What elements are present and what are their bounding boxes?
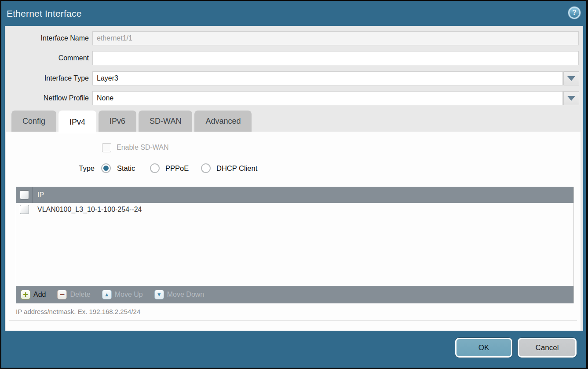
radio-pppoe[interactable] [150,163,160,173]
table-row[interactable]: VLAN0100_L3_10-1-100-254--24 [16,203,573,216]
enable-sdwan-row: Enable SD-WAN [102,143,111,153]
ipv4-tab-panel: Enable SD-WAN Type Static PPPoE DHCP Cli… [6,132,581,331]
radio-dhcp-client-label[interactable]: DHCP Client [216,164,257,173]
ip-table-body: VLAN0100_L3_10-1-100-254--24 [16,203,573,286]
netflow-profile-input[interactable] [92,91,563,105]
cancel-button[interactable]: Cancel [518,338,577,358]
tab-sdwan[interactable]: SD-WAN [139,111,192,132]
row-checkbox[interactable] [20,205,29,214]
chevron-down-icon [567,76,575,81]
tab-config[interactable]: Config [11,111,56,132]
arrow-up-icon: ▲ [102,290,112,299]
row-checkbox-cell [16,205,33,214]
netflow-profile-dropdown-button[interactable] [563,91,579,105]
ip-table-header: IP [16,187,573,203]
question-mark-glyph: ? [572,9,577,17]
tab-advanced[interactable]: Advanced [194,111,252,132]
ethernet-interface-dialog: Ethernet Interface ? Interface Name Comm… [1,1,586,368]
radio-static-label[interactable]: Static [117,164,135,173]
chevron-down-icon [567,96,575,101]
panel-divider [9,320,577,321]
type-label: Type [55,164,95,173]
ok-button-label: OK [478,343,489,352]
ok-button[interactable]: OK [455,338,512,358]
interface-type-label: Interface Type [5,71,89,85]
type-radio-group: Type Static PPPoE DHCP Client [6,163,581,175]
delete-button: − Delete [57,290,90,299]
netflow-profile-label: Netflow Profile [5,91,89,105]
arrow-down-icon: ▼ [154,290,164,299]
move-down-button-label: Move Down [167,291,204,299]
dialog-title: Ethernet Interface [7,8,82,19]
ip-format-hint: IP address/netmask. Ex. 192.168.2.254/24 [16,308,140,315]
comment-label: Comment [5,51,89,65]
tab-strip: Config IPv4 IPv6 SD-WAN Advanced [8,111,252,132]
radio-pppoe-label[interactable]: PPPoE [165,164,189,173]
plus-icon: + [21,290,30,299]
move-up-button: ▲ Move Up [102,290,143,299]
interface-name-label: Interface Name [5,31,89,45]
ip-address-table: IP VLAN0100_L3_10-1-100-254--24 + Add [16,187,574,303]
select-all-checkbox[interactable] [20,190,29,199]
radio-dhcp-client[interactable] [201,163,211,173]
title-bar: Ethernet Interface ? [1,1,586,26]
dialog-body: Interface Name Comment Interface Type Ne… [5,26,583,331]
ip-row-value[interactable]: VLAN0100_L3_10-1-100-254--24 [37,206,142,214]
move-up-button-label: Move Up [115,291,143,299]
comment-input[interactable] [92,51,579,65]
add-button-label: Add [33,291,46,299]
ip-column-header: IP [37,191,44,199]
delete-button-label: Delete [70,291,90,299]
interface-type-input[interactable] [92,71,563,85]
minus-icon: − [57,290,67,299]
move-down-button: ▼ Move Down [154,290,204,299]
select-all-cell [16,187,33,203]
help-icon[interactable]: ? [568,7,581,19]
tab-ipv4[interactable]: IPv4 [58,111,96,133]
ip-table-toolbar: + Add − Delete ▲ Move Up ▼ Move Down [16,286,573,303]
add-button[interactable]: + Add [21,290,46,299]
enable-sdwan-checkbox [102,143,111,152]
radio-static[interactable] [101,163,111,173]
tab-ipv6[interactable]: IPv6 [99,111,136,132]
interface-name-input [92,31,579,45]
cancel-button-label: Cancel [536,343,559,352]
enable-sdwan-label: Enable SD-WAN [117,144,169,151]
interface-type-dropdown-button[interactable] [563,71,579,85]
